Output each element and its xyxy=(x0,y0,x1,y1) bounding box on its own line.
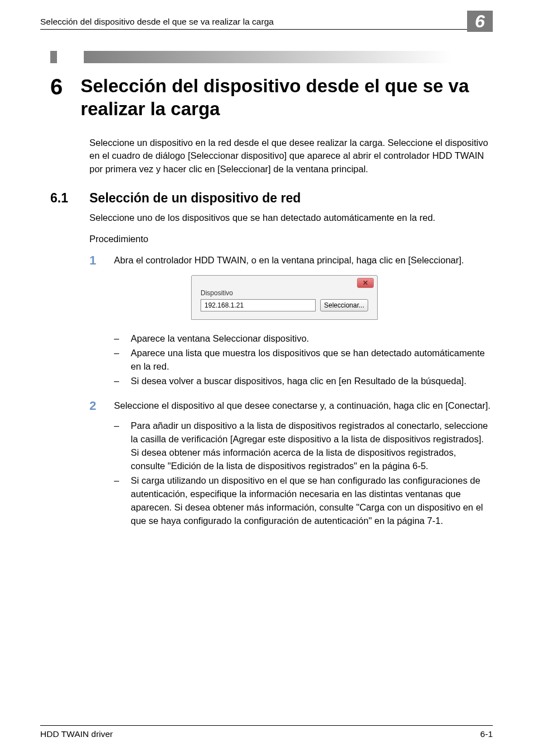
step-1-sublist: – Aparece la ventana Seleccionar disposi… xyxy=(114,332,493,388)
list-item: – Si desea volver a buscar dispositivos,… xyxy=(114,375,493,388)
select-button[interactable]: Seleccionar... xyxy=(320,299,368,311)
bullet-dash: – xyxy=(114,474,131,528)
step-1: 1 Abra el controlador HDD TWAIN, o en la… xyxy=(89,254,493,267)
bullet-dash: – xyxy=(114,419,131,473)
list-item: – Aparece una lista que muestra los disp… xyxy=(114,347,493,374)
bullet-dash: – xyxy=(114,375,131,388)
select-device-dialog: ✕ Dispositivo Seleccionar... xyxy=(191,275,378,320)
step-text: Abra el controlador HDD TWAIN, o en la v… xyxy=(114,254,464,267)
list-item-text: Si desea volver a buscar dispositivos, h… xyxy=(131,375,467,388)
device-address-input[interactable] xyxy=(201,299,316,311)
chapter-badge-number: 6 xyxy=(475,11,485,32)
list-item: – Aparece la ventana Seleccionar disposi… xyxy=(114,332,493,346)
footer-left: HDD TWAIN driver xyxy=(40,729,113,739)
close-icon[interactable]: ✕ xyxy=(357,278,374,288)
section-heading: 6.1 Selección de un dispositivo de red xyxy=(50,191,493,206)
section-decor-bar xyxy=(50,51,493,63)
chapter-heading: 6 Selección del dispositivo desde el que… xyxy=(50,74,493,121)
chapter-badge: 6 xyxy=(467,11,493,32)
device-group-label: Dispositivo xyxy=(201,289,368,297)
chapter-title: Selección del dispositivo desde el que s… xyxy=(80,74,493,121)
bullet-dash: – xyxy=(114,347,131,374)
page-header: Selección del dispositivo desde el que s… xyxy=(40,17,493,30)
step-2-sublist: – Para añadir un dispositivo a la lista … xyxy=(114,419,493,527)
step-number: 2 xyxy=(89,399,114,413)
list-item-text: Aparece una lista que muestra los dispos… xyxy=(131,347,493,374)
section-number: 6.1 xyxy=(50,191,89,206)
list-item-text: Aparece la ventana Seleccionar dispositi… xyxy=(131,332,309,346)
running-title: Selección del dispositivo desde el que s… xyxy=(40,17,274,27)
step-number: 1 xyxy=(89,254,114,267)
footer-page-number: 6-1 xyxy=(480,729,493,739)
intro-paragraph: Seleccione un dispositivo en la red desd… xyxy=(89,136,493,177)
bullet-dash: – xyxy=(114,332,131,346)
list-item-text: Para añadir un dispositivo a la lista de… xyxy=(131,419,493,473)
procedure-label: Procedimiento xyxy=(89,233,493,246)
page-footer: HDD TWAIN driver 6-1 xyxy=(40,725,493,739)
list-item: – Si carga utilizando un dispositivo en … xyxy=(114,474,493,528)
list-item-text: Si carga utilizando un dispositivo en el… xyxy=(131,474,493,528)
paragraph: Seleccione uno de los dispositivos que s… xyxy=(89,211,493,225)
list-item: – Para añadir un dispositivo a la lista … xyxy=(114,419,493,473)
chapter-number: 6 xyxy=(50,74,80,100)
step-2: 2 Seleccione el dispositivo al que desee… xyxy=(89,399,493,413)
section-title: Selección de un dispositivo de red xyxy=(89,191,301,206)
step-text: Seleccione el dispositivo al que desee c… xyxy=(114,399,491,413)
